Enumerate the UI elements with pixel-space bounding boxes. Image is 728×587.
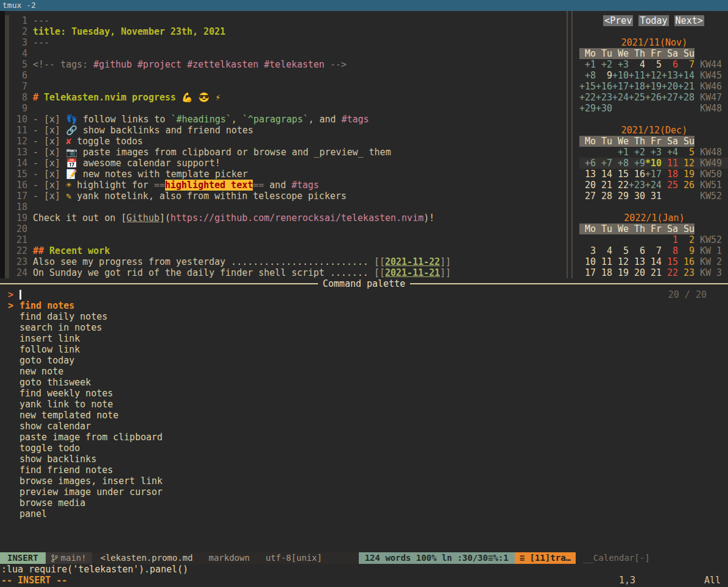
calendar-day[interactable]: +8 bbox=[579, 70, 596, 81]
palette-item[interactable]: search in notes bbox=[0, 322, 728, 333]
palette-item[interactable]: new templated note bbox=[0, 410, 728, 421]
calendar-day[interactable]: +6 bbox=[579, 158, 596, 169]
calendar-day[interactable]: +22 bbox=[579, 92, 596, 103]
calendar-day[interactable]: +17 bbox=[645, 169, 662, 180]
calendar-day[interactable]: +3 bbox=[645, 147, 662, 158]
calendar-day[interactable]: 16 bbox=[629, 169, 645, 180]
calendar-day[interactable]: 16 bbox=[678, 256, 694, 267]
calendar-day[interactable]: +8 bbox=[612, 158, 629, 169]
calendar-day[interactable]: +4 bbox=[662, 147, 678, 158]
palette-item[interactable]: >find notes bbox=[0, 300, 728, 311]
palette-item[interactable]: find friend notes bbox=[0, 465, 728, 476]
calendar-day[interactable]: 8 bbox=[662, 245, 678, 256]
calendar-day[interactable]: 9 bbox=[678, 245, 694, 256]
calendar-day[interactable]: 9 bbox=[596, 70, 612, 81]
calendar-day[interactable]: 14 bbox=[645, 256, 662, 267]
calendar-day[interactable]: +24 bbox=[612, 92, 629, 103]
calendar-day[interactable]: +29 bbox=[579, 103, 596, 114]
calendar-day[interactable]: 4 bbox=[596, 245, 612, 256]
calendar-day[interactable]: 27 bbox=[579, 191, 596, 202]
calendar-day[interactable]: 2 bbox=[678, 234, 694, 245]
calendar-day[interactable]: +1 bbox=[579, 59, 596, 70]
calendar-day[interactable]: 7 bbox=[645, 245, 662, 256]
calendar-day[interactable]: +17 bbox=[612, 81, 629, 92]
calendar-day[interactable]: 23 bbox=[678, 267, 694, 278]
calendar-day[interactable]: 29 bbox=[612, 191, 629, 202]
calendar-day[interactable]: +24 bbox=[645, 180, 662, 191]
calendar-day[interactable]: +2 bbox=[629, 147, 645, 158]
calendar-day[interactable]: +20 bbox=[662, 81, 678, 92]
command-line[interactable]: :lua require('telekasten').panel() bbox=[0, 564, 728, 575]
calendar-day[interactable]: +13 bbox=[662, 70, 678, 81]
window-separator[interactable] bbox=[565, 11, 574, 278]
calendar-day[interactable]: 5 bbox=[678, 147, 694, 158]
calendar-day[interactable]: 10 bbox=[579, 256, 596, 267]
calendar-day[interactable]: 14 bbox=[596, 169, 612, 180]
palette-item[interactable]: insert link bbox=[0, 333, 728, 344]
calendar-day[interactable]: 11 bbox=[662, 158, 678, 169]
calendar-day[interactable]: +11 bbox=[629, 70, 645, 81]
calendar-day[interactable]: 1 bbox=[662, 234, 678, 245]
calendar-day[interactable]: +12 bbox=[645, 70, 662, 81]
calendar-day[interactable]: 22 bbox=[662, 267, 678, 278]
calendar-day[interactable]: 3 bbox=[579, 245, 596, 256]
calendar-day[interactable]: 26 bbox=[678, 180, 694, 191]
calendar-day[interactable]: 20 bbox=[629, 267, 645, 278]
calendar-day[interactable]: +10 bbox=[612, 70, 629, 81]
calendar-day[interactable]: 22 bbox=[612, 180, 629, 191]
calendar-day[interactable]: 25 bbox=[662, 180, 678, 191]
palette-item[interactable]: panel bbox=[0, 508, 728, 519]
calendar-day[interactable]: +28 bbox=[678, 92, 694, 103]
calendar-today-button[interactable]: Today bbox=[638, 15, 668, 26]
calendar-day[interactable]: 13 bbox=[579, 169, 596, 180]
palette-item[interactable]: goto thisweek bbox=[0, 377, 728, 388]
palette-item[interactable]: show calendar bbox=[0, 421, 728, 432]
calendar-day[interactable]: +27 bbox=[662, 92, 678, 103]
calendar-day[interactable]: 7 bbox=[678, 59, 694, 70]
palette-item[interactable]: browse images, insert link bbox=[0, 476, 728, 487]
calendar-day[interactable]: 31 bbox=[645, 191, 662, 202]
palette-item[interactable]: follow link bbox=[0, 344, 728, 355]
calendar-day[interactable]: 5 bbox=[645, 59, 662, 70]
calendar-day[interactable]: 6 bbox=[662, 59, 678, 70]
calendar-day[interactable]: +1 bbox=[612, 147, 629, 158]
calendar-day[interactable]: *10 bbox=[645, 158, 662, 169]
calendar-day[interactable]: 11 bbox=[596, 256, 612, 267]
palette-item[interactable]: browse media bbox=[0, 497, 728, 508]
calendar-day[interactable]: +15 bbox=[579, 81, 596, 92]
calendar-day[interactable]: 20 bbox=[579, 180, 596, 191]
palette-item[interactable]: find weekly notes bbox=[0, 388, 728, 399]
calendar-day[interactable]: +14 bbox=[678, 70, 694, 81]
calendar-day[interactable]: +26 bbox=[645, 92, 662, 103]
palette-item[interactable]: yank link to note bbox=[0, 399, 728, 410]
calendar-day[interactable]: +3 bbox=[612, 59, 629, 70]
calendar-next-button[interactable]: Next> bbox=[674, 15, 704, 26]
calendar-day[interactable]: +19 bbox=[645, 81, 662, 92]
calendar-day[interactable]: 28 bbox=[596, 191, 612, 202]
calendar-day[interactable]: 4 bbox=[629, 59, 645, 70]
calendar-day[interactable]: 18 bbox=[596, 267, 612, 278]
calendar-day[interactable]: +21 bbox=[678, 81, 694, 92]
calendar-day[interactable]: +7 bbox=[596, 158, 612, 169]
editor-buffer[interactable]: 1---2title: Tuesday, November 23th, 2021… bbox=[9, 15, 565, 278]
calendar-day[interactable]: 19 bbox=[612, 267, 629, 278]
palette-item[interactable]: toggle todo bbox=[0, 443, 728, 454]
calendar-day[interactable]: 15 bbox=[662, 256, 678, 267]
editor-pane[interactable]: 1---2title: Tuesday, November 23th, 2021… bbox=[5, 15, 565, 278]
calendar-day[interactable]: 13 bbox=[629, 256, 645, 267]
palette-item[interactable]: find daily notes bbox=[0, 311, 728, 322]
calendar-day[interactable]: +25 bbox=[629, 92, 645, 103]
calendar-day[interactable]: 21 bbox=[596, 180, 612, 191]
calendar-day[interactable]: +18 bbox=[629, 81, 645, 92]
calendar-day[interactable]: +23 bbox=[596, 92, 612, 103]
calendar-day[interactable]: 17 bbox=[579, 267, 596, 278]
palette-item[interactable]: show backlinks bbox=[0, 454, 728, 465]
calendar-day[interactable]: +23 bbox=[629, 180, 645, 191]
palette-item[interactable]: new note bbox=[0, 366, 728, 377]
calendar-day[interactable]: 6 bbox=[629, 245, 645, 256]
calendar-day[interactable]: +9 bbox=[629, 158, 645, 169]
calendar-day[interactable]: 21 bbox=[645, 267, 662, 278]
calendar-day[interactable]: 15 bbox=[612, 169, 629, 180]
calendar-day[interactable]: 5 bbox=[612, 245, 629, 256]
palette-item[interactable]: preview image under cursor bbox=[0, 487, 728, 497]
